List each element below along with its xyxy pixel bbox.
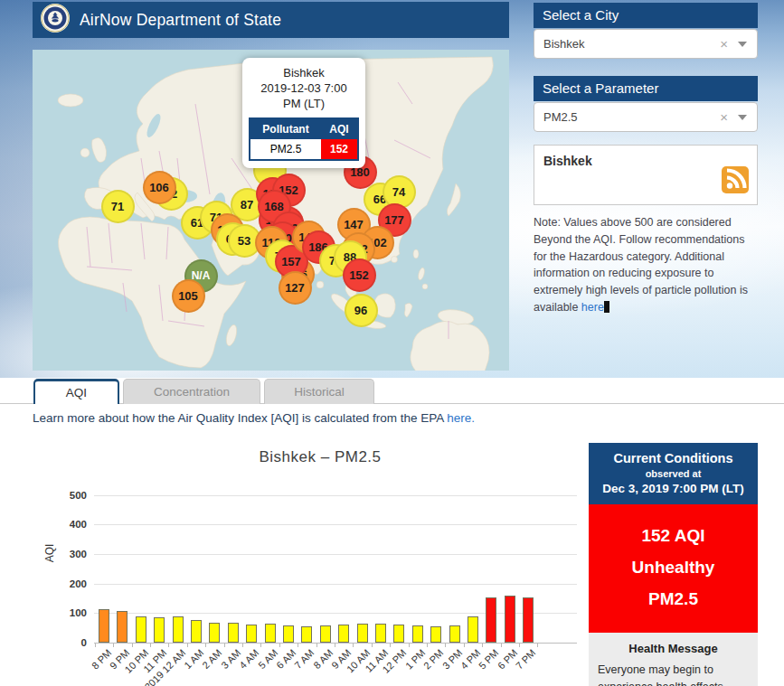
bar-5-am[interactable] — [265, 624, 276, 643]
bar-1-am[interactable] — [191, 620, 202, 643]
gridline-500 — [94, 495, 577, 496]
rss-icon[interactable] — [722, 166, 749, 197]
tooltip-aqi-value: 152 — [321, 139, 358, 160]
bar-7-am[interactable] — [301, 626, 312, 643]
map-marker-106[interactable]: 106 — [143, 171, 176, 204]
state-department-seal-icon — [40, 3, 71, 37]
bar-3-am[interactable] — [228, 623, 239, 643]
bar-2-pm[interactable] — [430, 626, 441, 643]
tab-concentration[interactable]: Concentration — [123, 379, 260, 404]
y-tick-400: 400 — [56, 519, 87, 530]
page-title: AirNow Department of State — [80, 11, 281, 30]
city-caret-icon[interactable] — [738, 42, 747, 47]
world-map[interactable]: 52106718761711376753N/A10511415211717116… — [33, 50, 509, 371]
bar-6-pm[interactable] — [505, 596, 515, 643]
chart-title: Bishkek – PM2.5 — [94, 448, 546, 466]
current-aqi-value: 152 AQI — [594, 520, 752, 551]
parameter-clear-icon[interactable]: × — [720, 109, 728, 125]
current-conditions-header: Current Conditions observed at Dec 3, 20… — [589, 443, 758, 504]
bar-3-pm[interactable] — [449, 625, 460, 643]
current-aqi-pollutant: PM2.5 — [594, 583, 752, 615]
note-text: Note: Values above 500 are considered Be… — [534, 214, 760, 316]
city-select-dropdown[interactable]: Bishkek × — [534, 29, 758, 59]
bar-7-pm[interactable] — [523, 597, 534, 643]
city-select-section: Select a City Bishkek × — [534, 3, 758, 59]
y-tick-300: 300 — [56, 549, 87, 559]
rss-feed-box: Bishkek — [534, 145, 758, 205]
tooltip-datetime: 2019-12-03 7:00 PM (LT) — [254, 81, 354, 112]
bar-10-pm[interactable] — [136, 616, 146, 643]
current-conditions-subtitle: observed at — [594, 468, 752, 479]
bar-6-am[interactable] — [283, 625, 294, 643]
bar-4-pm[interactable] — [468, 616, 478, 643]
tab-aqi[interactable]: AQI — [33, 379, 119, 404]
x-tick-mark — [242, 644, 243, 647]
bar-1-pm[interactable] — [412, 625, 423, 643]
bar-8-am[interactable] — [320, 625, 331, 643]
map-tooltip: Bishkek 2019-12-03 7:00 PM (LT) Pollutan… — [242, 58, 365, 168]
x-tick-mark — [95, 644, 96, 647]
parameter-caret-icon[interactable] — [738, 115, 747, 120]
bar-9-pm[interactable] — [117, 611, 128, 643]
tooltip-col-aqi: AQI — [321, 118, 358, 139]
learn-more-here-link[interactable]: here. — [447, 411, 475, 425]
tab-historical[interactable]: Historical — [264, 379, 374, 404]
rss-city-label: Bishkek — [543, 154, 748, 168]
x-tick-mark — [372, 644, 373, 647]
health-message-title: Health Message — [598, 642, 749, 655]
learn-more-text: Learn more about how the Air Quality Ind… — [33, 411, 475, 425]
health-message-text: Everyone may begin to experience health … — [598, 662, 749, 686]
bar-10-am[interactable] — [357, 624, 368, 643]
x-tick-mark — [113, 644, 114, 647]
note-here-link[interactable]: here — [581, 301, 604, 314]
x-tick-mark — [519, 644, 520, 647]
x-tick-mark — [150, 644, 151, 647]
bar-5-pm[interactable] — [486, 597, 496, 643]
y-tick-200: 200 — [56, 578, 87, 589]
bar-11-am[interactable] — [375, 624, 386, 643]
bar-9-am[interactable] — [338, 625, 349, 643]
city-select-value: Bishkek — [543, 37, 585, 51]
bar-4-am[interactable] — [246, 625, 257, 643]
bar-11-pm[interactable] — [154, 617, 165, 643]
x-tick-mark — [316, 644, 317, 647]
x-tick-mark — [482, 644, 483, 647]
map-marker-96[interactable]: 96 — [345, 294, 378, 327]
bar-8-pm[interactable] — [99, 609, 109, 643]
x-tick-mark — [537, 644, 538, 647]
map-marker-152[interactable]: 152 — [343, 258, 376, 292]
x-tick-mark — [187, 644, 188, 647]
x-tick-mark — [224, 644, 225, 647]
current-conditions-title: Current Conditions — [594, 451, 752, 465]
parameter-select-section: Select a Parameter PM2.5 × — [534, 76, 758, 132]
header-bar: AirNow Department of State — [33, 2, 509, 38]
x-tick-mark — [427, 644, 428, 647]
bar-2-am[interactable] — [209, 623, 220, 643]
x-tick-mark — [279, 644, 280, 647]
parameter-select-dropdown[interactable]: PM2.5 × — [534, 102, 758, 132]
x-tick-mark — [335, 644, 335, 647]
airnow-page: AirNow Department of State — [0, 0, 784, 686]
bar-12-3-2019-12-am[interactable] — [173, 616, 184, 643]
tooltip-col-pollutant: Pollutant — [250, 118, 321, 139]
current-conditions-panel: Current Conditions observed at Dec 3, 20… — [589, 443, 758, 686]
parameter-select-header: Select a Parameter — [534, 76, 758, 101]
current-conditions-datetime: Dec 3, 2019 7:00 PM (LT) — [594, 482, 752, 495]
x-tick-mark — [168, 644, 169, 647]
y-tick-100: 100 — [56, 607, 87, 618]
city-select-header: Select a City — [534, 3, 758, 28]
map-marker-127[interactable]: 127 — [279, 271, 312, 305]
x-tick-mark — [298, 644, 298, 647]
map-marker-105[interactable]: 105 — [172, 279, 205, 313]
tab-bar: AQIConcentrationHistorical — [33, 379, 374, 404]
map-marker-71[interactable]: 71 — [101, 190, 135, 223]
chart-y-axis-label: AQI — [43, 540, 56, 567]
x-tick-mark — [205, 644, 206, 647]
text-cursor — [604, 301, 609, 313]
current-aqi-category: Unhealthy — [594, 551, 752, 583]
city-clear-icon[interactable]: × — [720, 36, 728, 52]
gridline-200 — [94, 584, 577, 585]
y-tick-0: 0 — [56, 637, 87, 648]
bar-12-pm[interactable] — [393, 625, 404, 643]
x-tick-mark — [132, 644, 133, 647]
